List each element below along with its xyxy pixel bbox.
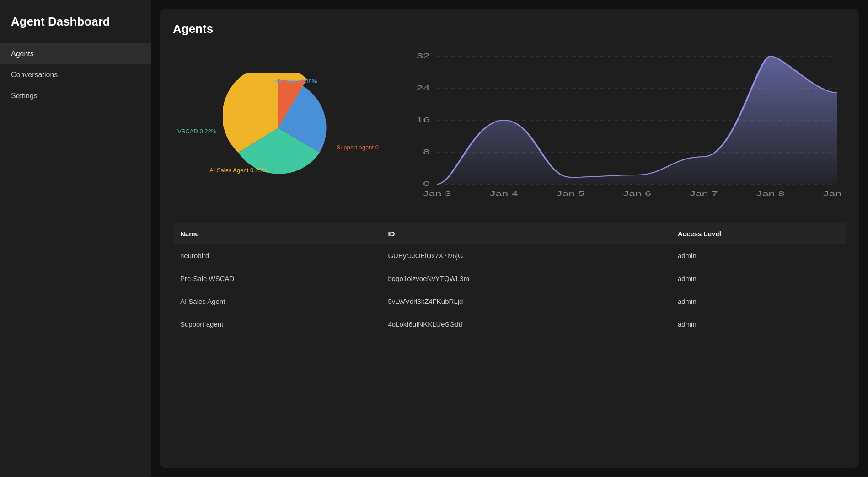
- svg-text:24: 24: [416, 84, 430, 91]
- line-chart-container: 32 24 16 8 0 Jan 3 Jan 4 Jan 5 Jan 6 Jan…: [402, 47, 846, 209]
- line-chart: 32 24 16 8 0 Jan 3 Jan 4 Jan 5 Jan 6 Jan…: [402, 47, 846, 207]
- agent-access-cell: admin: [670, 290, 846, 313]
- col-name: Name: [173, 223, 380, 244]
- agents-table: Name ID Access Level neurobirdGUBytJJOEi…: [173, 223, 846, 335]
- agent-access-cell: admin: [670, 313, 846, 336]
- table-row: Pre-Sale WSCADbqqo1olzvoeNvYTQWL3madmin: [173, 267, 846, 290]
- svg-text:8: 8: [423, 148, 430, 155]
- agent-access-cell: admin: [670, 244, 846, 267]
- agent-name-cell[interactable]: Pre-Sale WSCAD: [173, 267, 380, 290]
- col-access: Access Level: [670, 223, 846, 244]
- sidebar-title: Agent Dashboard: [0, 15, 151, 43]
- pie-label-support: Support agent 0: [336, 144, 379, 151]
- svg-text:0: 0: [423, 180, 430, 187]
- sidebar-item-agents[interactable]: Agents: [0, 43, 151, 64]
- agent-name-cell[interactable]: AI Sales Agent: [173, 290, 380, 313]
- pie-label-wscad: VSCAD 0.22%: [177, 128, 216, 135]
- pie-chart-container: neurobird 0.38% VSCAD 0.22% AI Sales Age…: [173, 73, 383, 183]
- table-row: AI Sales Agent5vLWVdrl3kZ4FKubRLjdadmin: [173, 290, 846, 313]
- pie-label-neurobird: neurobird 0.38%: [273, 78, 317, 85]
- main-content: Agents neurobird 0.38% VSCAD 0.22% AI Sa…: [151, 0, 868, 477]
- agent-name-cell[interactable]: Support agent: [173, 313, 380, 336]
- sidebar: Agent Dashboard Agents Conversations Set…: [0, 0, 151, 477]
- page-title: Agents: [173, 22, 846, 36]
- col-id: ID: [380, 223, 670, 244]
- svg-text:Jan 8: Jan 8: [756, 190, 785, 196]
- charts-row: neurobird 0.38% VSCAD 0.22% AI Sales Age…: [173, 47, 846, 209]
- svg-text:Jan 7: Jan 7: [690, 190, 718, 196]
- agent-id-cell: bqqo1olzvoeNvYTQWL3m: [380, 267, 670, 290]
- table-row: neurobirdGUBytJJOEiUx7X7Iv6jGadmin: [173, 244, 846, 267]
- svg-text:Jan 4: Jan 4: [490, 190, 518, 196]
- sidebar-item-conversations[interactable]: Conversations: [0, 64, 151, 85]
- svg-text:16: 16: [416, 116, 430, 123]
- svg-text:32: 32: [416, 52, 430, 59]
- content-panel: Agents neurobird 0.38% VSCAD 0.22% AI Sa…: [160, 9, 859, 468]
- agent-id-cell: 5vLWVdrl3kZ4FKubRLjd: [380, 290, 670, 313]
- agent-access-cell: admin: [670, 267, 846, 290]
- pie-chart: [223, 73, 333, 183]
- agent-name-cell[interactable]: neurobird: [173, 244, 380, 267]
- table-row: Support agent4oLokI6uINKKLUeSGdtfadmin: [173, 313, 846, 336]
- pie-label-sales: AI Sales Agent 0.25%: [209, 167, 267, 174]
- svg-text:Jan 9: Jan 9: [823, 190, 846, 196]
- sidebar-item-settings[interactable]: Settings: [0, 85, 151, 106]
- agent-id-cell: 4oLokI6uINKKLUeSGdtf: [380, 313, 670, 336]
- svg-text:Jan 6: Jan 6: [623, 190, 651, 196]
- agent-id-cell: GUBytJJOEiUx7X7Iv6jG: [380, 244, 670, 267]
- svg-text:Jan 3: Jan 3: [423, 190, 451, 196]
- svg-text:Jan 5: Jan 5: [556, 190, 584, 196]
